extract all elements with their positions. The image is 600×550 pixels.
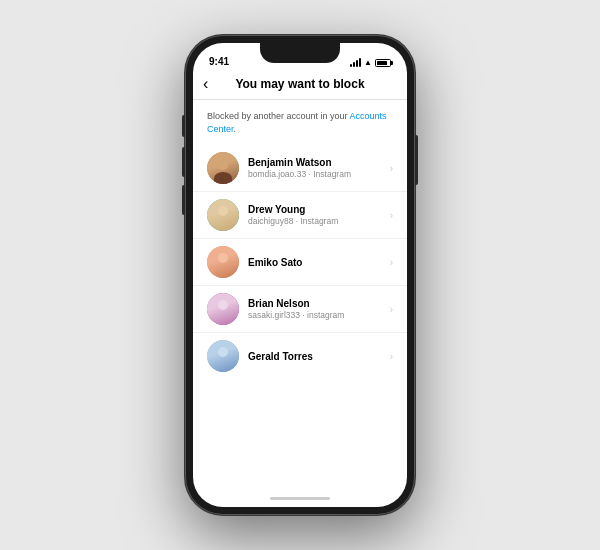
battery-fill <box>377 61 387 65</box>
user-name: Gerald Torres <box>248 351 386 362</box>
list-item[interactable]: Emiko Sato› <box>193 239 407 286</box>
user-subtitle: bomdia.joao.33 · Instagram <box>248 169 386 179</box>
user-name: Benjamin Watson <box>248 157 386 168</box>
page-title: You may want to block <box>235 77 364 91</box>
home-bar <box>270 497 330 500</box>
list-item[interactable]: Brian Nelsonsasaki.girl333 · instagram› <box>193 286 407 333</box>
list-item[interactable]: Drew Youngdaichiguy88 · Instagram› <box>193 192 407 239</box>
home-indicator <box>193 489 407 507</box>
back-button[interactable]: ‹ <box>203 75 208 93</box>
volume-up-button <box>182 147 185 177</box>
page-header: ‹ You may want to block <box>193 71 407 100</box>
user-name: Drew Young <box>248 204 386 215</box>
avatar <box>207 246 239 278</box>
avatar <box>207 293 239 325</box>
mute-button <box>182 115 185 137</box>
avatar <box>207 152 239 184</box>
user-info: Brian Nelsonsasaki.girl333 · instagram <box>248 298 386 320</box>
subtitle-after: . <box>234 124 237 134</box>
subtitle-static: Blocked by another account in your <box>207 111 350 121</box>
status-icons: ▲ <box>350 58 391 67</box>
chevron-right-icon: › <box>390 257 393 268</box>
list-item[interactable]: Gerald Torres› <box>193 333 407 379</box>
user-info: Emiko Sato <box>248 257 386 268</box>
content-area: Blocked by another account in your Accou… <box>193 100 407 489</box>
user-subtitle: sasaki.girl333 · instagram <box>248 310 386 320</box>
chevron-right-icon: › <box>390 351 393 362</box>
user-subtitle: daichiguy88 · Instagram <box>248 216 386 226</box>
notch <box>260 43 340 63</box>
battery-icon <box>375 59 391 67</box>
user-name: Emiko Sato <box>248 257 386 268</box>
user-info: Benjamin Watsonbomdia.joao.33 · Instagra… <box>248 157 386 179</box>
signal-icon <box>350 58 361 67</box>
volume-down-button <box>182 185 185 215</box>
avatar <box>207 199 239 231</box>
chevron-right-icon: › <box>390 163 393 174</box>
user-info: Drew Youngdaichiguy88 · Instagram <box>248 204 386 226</box>
status-time: 9:41 <box>209 56 229 67</box>
chevron-right-icon: › <box>390 210 393 221</box>
list-item[interactable]: Benjamin Watsonbomdia.joao.33 · Instagra… <box>193 145 407 192</box>
avatar <box>207 340 239 372</box>
phone-frame: 9:41 ▲ ‹ You may want to block <box>185 35 415 515</box>
power-button <box>415 135 418 185</box>
user-info: Gerald Torres <box>248 351 386 362</box>
user-name: Brian Nelson <box>248 298 386 309</box>
phone-screen: 9:41 ▲ ‹ You may want to block <box>193 43 407 507</box>
user-list: Benjamin Watsonbomdia.joao.33 · Instagra… <box>193 145 407 379</box>
chevron-right-icon: › <box>390 304 393 315</box>
wifi-icon: ▲ <box>364 58 372 67</box>
subtitle-text: Blocked by another account in your Accou… <box>193 110 407 145</box>
